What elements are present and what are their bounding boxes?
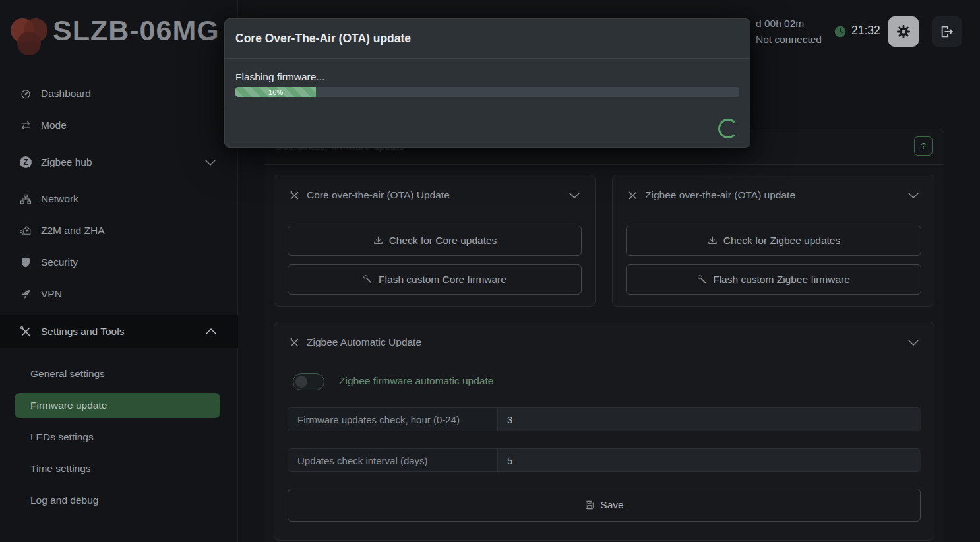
chevron-down-icon — [204, 158, 216, 166]
sidebar-item-network[interactable]: Network — [0, 183, 237, 215]
ota-update-modal: Core Over-The-Air (OTA) update Flashing … — [224, 18, 750, 148]
modal-body: Flashing firmware... 16% — [225, 59, 750, 109]
brand-logo-icon — [11, 15, 47, 55]
chevron-down-icon — [568, 191, 580, 199]
sidebar-item-label: Z2M and ZHA — [41, 225, 104, 237]
sidebar-item-label: Firmware update — [30, 400, 107, 411]
check-core-updates-button[interactable]: Check for Core updates — [288, 226, 582, 256]
sidebar-item-label: Log and debug — [30, 495, 98, 506]
field-label: Firmware updates check, hour (0-24) — [288, 408, 498, 431]
save-floppy-icon — [584, 500, 595, 510]
chevron-down-icon — [907, 338, 919, 346]
firmware-check-hour-row: Firmware updates check, hour (0-24) 3 — [288, 407, 921, 431]
sidebar-item-label: Zigbee hub — [41, 156, 92, 168]
logout-button[interactable] — [932, 16, 962, 47]
download-icon — [707, 235, 718, 247]
button-label: Save — [600, 499, 623, 511]
core-ota-card: Core over-the-air (OTA) Update Check for… — [274, 175, 596, 307]
sidebar-item-label: Network — [41, 193, 78, 205]
sidebar-item-firmware-update[interactable]: Firmware update — [15, 393, 220, 418]
sidebar-item-label: General settings — [30, 368, 105, 380]
firmware-check-hour-input[interactable]: 3 — [498, 408, 921, 431]
logout-icon — [940, 24, 954, 39]
button-label: Check for Core updates — [389, 235, 497, 247]
sidebar-item-leds-settings[interactable]: LEDs settings — [0, 421, 237, 453]
zigbee-auto-update-card: Zigbee Automatic Update Zigbee firmware … — [274, 322, 934, 541]
wrench-icon — [697, 274, 708, 285]
download-icon — [373, 235, 384, 247]
sidebar-item-time-settings[interactable]: Time settings — [0, 453, 237, 485]
card-title: Zigbee Automatic Update — [307, 336, 421, 348]
flashing-status-text: Flashing firmware... — [235, 71, 324, 83]
sidebar-item-label: VPN — [41, 288, 62, 300]
save-button[interactable]: Save — [288, 489, 921, 522]
brand: SLZB-06MG — [11, 13, 235, 55]
card-title: Zigbee over-the-air (OTA) update — [645, 189, 795, 201]
connection-status: Not connected — [756, 34, 822, 45]
zigbee-auto-update-header[interactable]: Zigbee Automatic Update — [289, 334, 919, 350]
auto-update-toggle-label[interactable]: Zigbee firmware automatic update — [339, 375, 493, 387]
zigbee-ota-card-header[interactable]: Zigbee over-the-air (OTA) update — [627, 187, 919, 203]
wrench-icon — [363, 274, 373, 285]
core-ota-card-header[interactable]: Core over-the-air (OTA) Update — [289, 187, 580, 203]
sidebar-item-log-and-debug[interactable]: Log and debug — [0, 485, 237, 516]
house-signal-icon — [20, 225, 32, 237]
sidebar-item-vpn[interactable]: VPN — [0, 278, 237, 310]
button-label: Check for Zigbee updates — [723, 235, 841, 247]
sidebar-item-label: Time settings — [30, 463, 91, 475]
updates-interval-input[interactable]: 5 — [498, 449, 921, 471]
sidebar-item-label: LEDs settings — [30, 431, 94, 443]
modal-title: Core Over-The-Air (OTA) update — [235, 32, 411, 45]
swap-arrows-icon — [20, 119, 32, 131]
button-label: Flash custom Zigbee firmware — [713, 274, 850, 286]
modal-header: Core Over-The-Air (OTA) update — [225, 19, 750, 59]
auto-update-toggle[interactable] — [293, 373, 324, 390]
app-title: SLZB-06MG — [53, 15, 220, 47]
progress-percent-label: 16% — [268, 88, 283, 96]
sidebar-item-zigbee-hub[interactable]: Z Zigbee hub — [0, 146, 237, 178]
tools-icon — [627, 190, 638, 201]
progress-fill: 16% — [235, 87, 316, 97]
sidebar-item-label: Dashboard — [41, 88, 91, 100]
uptime-text: d 00h 02m — [756, 18, 804, 30]
help-button[interactable]: ? — [914, 136, 933, 156]
time-display: 21:32 — [851, 24, 880, 38]
modal-footer — [225, 109, 750, 147]
speedometer-icon — [20, 88, 32, 100]
button-label: Flash custom Core firmware — [379, 274, 506, 286]
network-icon — [20, 193, 32, 205]
tools-icon — [20, 326, 32, 338]
sidebar: SLZB-06MG Dashboard Mode Z Zigbee hub — [0, 0, 238, 542]
sidebar-item-dashboard[interactable]: Dashboard — [0, 78, 237, 109]
field-label: Updates check interval (days) — [288, 449, 498, 471]
flash-custom-core-button[interactable]: Flash custom Core firmware — [288, 264, 582, 295]
loading-spinner-icon — [718, 119, 738, 138]
card-title: Core over-the-air (OTA) Update — [307, 189, 450, 201]
settings-gear-button[interactable] — [888, 16, 919, 47]
tools-icon — [289, 337, 300, 348]
rocket-icon — [20, 288, 32, 300]
header-divider — [264, 164, 944, 165]
clock-icon — [834, 25, 847, 38]
sidebar-item-security[interactable]: Security — [0, 247, 237, 278]
sidebar-item-general-settings[interactable]: General settings — [0, 358, 237, 390]
zigbee-icon: Z — [20, 156, 32, 168]
gear-icon — [896, 24, 911, 40]
sidebar-group-settings-and-tools[interactable]: Settings and Tools — [0, 315, 238, 348]
sidebar-item-z2m-zha[interactable]: Z2M and ZHA — [0, 215, 237, 247]
sidebar-item-mode[interactable]: Mode — [0, 109, 237, 141]
sidebar-item-label: Security — [41, 256, 78, 268]
sidebar-item-label: Mode — [41, 119, 67, 131]
chevron-down-icon — [907, 191, 919, 199]
check-zigbee-updates-button[interactable]: Check for Zigbee updates — [626, 226, 921, 256]
chevron-up-icon — [205, 328, 217, 336]
tools-icon — [289, 190, 300, 201]
toggle-knob — [295, 376, 307, 388]
shield-icon — [20, 256, 32, 268]
updates-interval-row: Updates check interval (days) 5 — [288, 448, 921, 472]
progress-bar: 16% — [235, 87, 739, 97]
sidebar-group-label: Settings and Tools — [41, 326, 124, 338]
app-window: SLZB-06MG Dashboard Mode Z Zigbee hub — [0, 0, 980, 542]
zigbee-ota-card: Zigbee over-the-air (OTA) update Check f… — [612, 175, 934, 307]
flash-custom-zigbee-button[interactable]: Flash custom Zigbee firmware — [626, 264, 921, 295]
